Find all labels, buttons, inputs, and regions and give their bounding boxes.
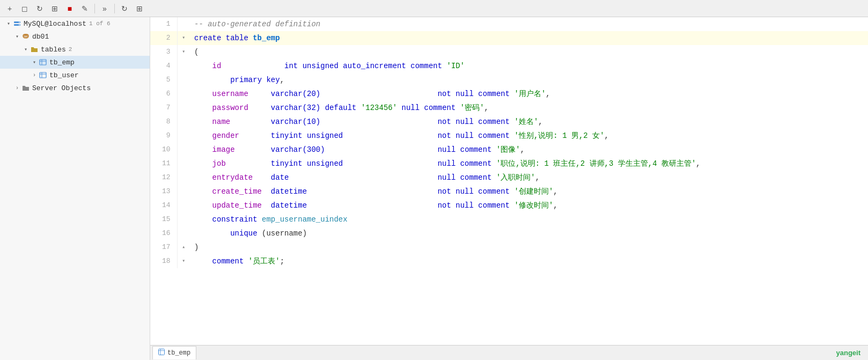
svg-point-4: [23, 34, 28, 36]
kw-default: default: [325, 104, 357, 112]
code-area[interactable]: 1 -- auto-generated definition 2 ▾ creat…: [150, 17, 868, 345]
kw-comment-12: comment: [460, 173, 492, 182]
line-gutter-1: [177, 17, 190, 31]
separator-1: [94, 4, 95, 13]
line-num-13: 13: [150, 185, 177, 199]
add-button[interactable]: +: [3, 2, 16, 15]
server-objects-label: Server Objects: [32, 84, 91, 92]
fold-arrow-17[interactable]: ▴: [182, 244, 185, 250]
sidebar: ▾ MySQL@localhost 1 of 6 ▾: [0, 17, 150, 360]
line-10: 10 image varchar(300) null comment '图像',: [150, 143, 868, 157]
line-content-1: -- auto-generated definition: [190, 17, 868, 31]
type-datetime-update: datetime: [271, 201, 307, 210]
line-1: 1 -- auto-generated definition: [150, 17, 868, 31]
line-gutter-8: [177, 115, 190, 129]
field-entrydate: entrydate: [212, 173, 253, 182]
grid-button[interactable]: ⊞: [133, 2, 146, 15]
tab-bar: tb_emp yangeit: [150, 345, 868, 360]
str-job: '职位,说明: 1 班主任,2 讲师,3 学生主管,4 教研主管': [496, 159, 696, 168]
line-num-4: 4: [150, 59, 177, 73]
kw-comment-8: comment: [478, 117, 510, 126]
kw-comment-14: comment: [478, 201, 510, 210]
line-num-11: 11: [150, 157, 177, 171]
line-gutter-2: ▾: [177, 31, 190, 45]
line-gutter-7: [177, 101, 190, 115]
line-content-9: gender tinyint unsigned not null comment…: [190, 129, 868, 143]
line-gutter-12: [177, 171, 190, 185]
edit-button[interactable]: ✎: [78, 2, 91, 15]
field-id: id: [212, 62, 222, 70]
fold-arrow-2[interactable]: ▾: [182, 35, 185, 41]
server-icon: [13, 19, 21, 28]
comment-span-1: -- auto-generated definition: [194, 20, 320, 28]
line-content-11: job tinyint unsigned null comment '职位,说明…: [190, 157, 868, 171]
line-gutter-6: [177, 87, 190, 101]
tables-count: 2: [69, 46, 72, 53]
fold-arrow-18[interactable]: ▾: [182, 258, 185, 264]
line-14: 14 update_time datetime not null comment…: [150, 199, 868, 212]
line-content-2: create table tb_emp: [190, 31, 868, 45]
type-varchar10: varchar(10): [271, 117, 320, 126]
tables-expand-icon[interactable]: ▾: [21, 45, 30, 54]
tree-tb-user[interactable]: › tb_user: [0, 69, 150, 82]
schema-button[interactable]: ⊞: [48, 2, 61, 15]
db01-expand-icon[interactable]: ▾: [13, 32, 21, 41]
line-8: 8 name varchar(10) not null comment '姓名'…: [150, 115, 868, 129]
separator-2: [114, 4, 115, 13]
tb-emp-label: tb_emp: [49, 58, 75, 67]
kw-comment-6: comment: [478, 90, 510, 98]
line-17: 17 ▴ ): [150, 240, 868, 254]
kw-comment-13: comment: [478, 187, 510, 196]
str-image: '图像': [496, 145, 520, 154]
line-9: 9 gender tinyint unsigned not null comme…: [150, 129, 868, 143]
tables-label: tables: [41, 46, 66, 54]
line-content-13: create_time datetime not null comment '创…: [190, 185, 868, 199]
line-content-5: primary key,: [190, 73, 868, 87]
kw-null-10: null: [438, 145, 456, 154]
kw-null-12: null: [438, 173, 456, 182]
tree-server-objects[interactable]: › Server Objects: [0, 82, 150, 94]
field-gender: gender: [212, 131, 239, 140]
more-button[interactable]: »: [98, 2, 111, 15]
line-gutter-4: [177, 59, 190, 73]
toolbar: + ◻ ↻ ⊞ ■ ✎ » ↻ ⊞: [0, 0, 868, 17]
field-update-time: update_time: [212, 201, 262, 210]
sync-button[interactable]: ↻: [118, 2, 131, 15]
line-content-15: constraint emp_username_uindex: [190, 212, 868, 226]
type-varchar300: varchar(300): [271, 145, 325, 154]
table-name: tb_emp: [253, 34, 279, 42]
fold-arrow-3[interactable]: ▾: [182, 49, 185, 55]
refresh-button[interactable]: ↻: [33, 2, 46, 15]
str-table-comment: '员工表': [248, 257, 280, 266]
server-expand-icon[interactable]: ▾: [4, 19, 13, 28]
type-tinyint-job: tinyint unsigned: [271, 159, 343, 168]
tab-tb-emp[interactable]: tb_emp: [152, 346, 196, 359]
kw-notnull-9: not null: [438, 131, 474, 140]
stop-button[interactable]: ■: [63, 2, 76, 15]
tb-user-expand-icon[interactable]: ›: [30, 71, 39, 79]
field-image: image: [212, 145, 235, 154]
line-num-15: 15: [150, 212, 177, 226]
main-container: ▾ MySQL@localhost 1 of 6 ▾: [0, 17, 868, 360]
server-label: MySQL@localhost: [24, 20, 86, 28]
type-date: date: [271, 173, 289, 182]
tree-db01[interactable]: ▾ db01: [0, 30, 150, 43]
line-gutter-5: [177, 73, 190, 87]
tb-emp-expand-icon[interactable]: ▾: [30, 58, 39, 67]
str-update-time: '修改时间': [514, 201, 554, 210]
field-name: name: [212, 117, 231, 126]
tree-server[interactable]: ▾ MySQL@localhost 1 of 6: [0, 17, 150, 30]
line-num-7: 7: [150, 101, 177, 115]
kw-notnull-13: not null: [438, 187, 474, 196]
kw-comment-18: comment: [212, 257, 244, 266]
tree-tb-emp[interactable]: ▾ tb_emp: [0, 56, 150, 69]
blank-button[interactable]: ◻: [18, 2, 31, 15]
tree-tables-folder[interactable]: ▾ tables 2: [0, 43, 150, 56]
table-icon-emp: [39, 58, 47, 67]
kw-comment-4: comment: [410, 62, 442, 70]
line-num-6: 6: [150, 87, 177, 101]
line-content-14: update_time datetime not null comment '修…: [190, 199, 868, 212]
server-objects-expand-icon[interactable]: ›: [13, 84, 21, 92]
constraint-name: emp_username_uindex: [262, 215, 348, 224]
line-content-7: password varchar(32) default '123456' nu…: [190, 101, 868, 115]
